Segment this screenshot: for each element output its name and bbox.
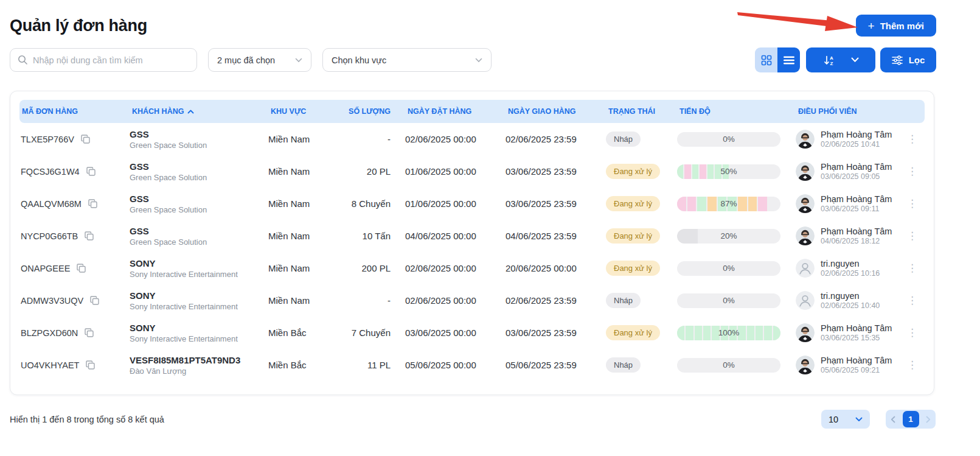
copy-button[interactable] (80, 134, 91, 144)
progress-bar: 100% (677, 326, 780, 340)
status-badge: Đang xử lý (606, 325, 660, 340)
column-header-order-code[interactable]: MÃ ĐƠN HÀNG (19, 107, 130, 116)
column-header-status[interactable]: TRẠNG THÁI (606, 107, 677, 116)
table-row[interactable]: TLXE5P766V GSS Green Space Solution Miền… (19, 123, 925, 155)
customer-full-name: Green Space Solution (130, 141, 268, 150)
assigned-time: 02/06/2025 10:40 (821, 301, 880, 310)
customer-full-name: Sony Interactive Entertainment (130, 302, 268, 311)
quantity: 20 PL (341, 166, 405, 177)
row-menu-button[interactable]: ⋮ (905, 164, 920, 179)
row-menu-button[interactable]: ⋮ (905, 196, 920, 211)
add-new-button[interactable]: + Thêm mới (856, 15, 936, 37)
table-body: TLXE5P766V GSS Green Space Solution Miền… (19, 123, 925, 381)
page-size-dropdown[interactable]: 10 (821, 410, 870, 429)
assigned-time: 03/06/2025 09:11 (821, 205, 892, 213)
copy-button[interactable] (88, 198, 98, 209)
progress-bar: 0% (677, 132, 780, 147)
order-date: 03/06/2025 00:00 (405, 328, 506, 338)
avatar-placeholder-icon (796, 291, 815, 310)
progress-label: 100% (677, 326, 780, 340)
progress-label: 0% (677, 132, 780, 147)
search-input[interactable] (33, 55, 189, 65)
list-view-button[interactable] (777, 47, 800, 72)
column-header-delivery-date[interactable]: NGÀY GIAO HÀNG (506, 107, 606, 116)
customer-name: SONY (130, 258, 268, 268)
delivery-date: 02/06/2025 23:59 (506, 295, 606, 306)
table-row[interactable]: FQCSJ6G1W4 GSS Green Space Solution Miền… (19, 155, 925, 188)
copy-button[interactable] (76, 263, 86, 273)
copy-button[interactable] (84, 231, 94, 241)
status-badge: Đang xử lý (606, 196, 660, 211)
order-code: UO4VKHYAET (21, 360, 79, 370)
table-row[interactable]: QAALQVM68M GSS Green Space Solution Miền… (19, 188, 925, 220)
copy-button[interactable] (85, 360, 96, 370)
svg-text:A: A (830, 55, 833, 60)
table-row[interactable]: UO4VKHYAET VESF8I85M81PT5AT9ND3 Đào Văn … (19, 349, 925, 381)
table-row[interactable]: ONAPGEEE SONY Sony Interactive Entertain… (19, 252, 925, 284)
table-row[interactable]: NYCP0G66TB GSS Green Space Solution Miền… (19, 220, 925, 252)
copy-icon (84, 231, 94, 241)
progress-bar: 20% (677, 229, 780, 244)
row-menu-button[interactable]: ⋮ (905, 261, 920, 276)
selected-items-value: 2 mục đã chọn (217, 55, 275, 65)
row-menu-button[interactable]: ⋮ (905, 228, 920, 244)
avatar (796, 226, 815, 245)
coordinator-name: tri.nguyen (821, 259, 880, 268)
order-code: TLXE5P766V (21, 135, 74, 144)
avatar (796, 356, 815, 374)
copy-button[interactable] (89, 295, 100, 306)
delivery-date: 05/06/2025 23:59 (506, 360, 606, 370)
order-management-page: Quản lý đơn hàng + Thêm mới 2 mục đã chọ… (0, 0, 980, 456)
region: Miền Bắc (268, 328, 341, 338)
column-header-order-date[interactable]: NGÀY ĐẶT HÀNG (405, 107, 506, 116)
row-menu-button[interactable]: ⋮ (905, 357, 920, 373)
sort-asc-icon (187, 110, 194, 114)
grid-icon (761, 55, 772, 66)
status-badge: Đang xử lý (606, 228, 660, 244)
copy-button[interactable] (84, 328, 94, 338)
avatar (796, 291, 815, 310)
next-page-button[interactable] (925, 415, 932, 424)
quantity: - (341, 295, 405, 306)
region: Miền Nam (268, 198, 341, 209)
table-row[interactable]: BLZPGXD60N SONY Sony Interactive Enterta… (19, 317, 925, 349)
table-row[interactable]: ADMW3V3UQV SONY Sony Interactive Enterta… (19, 284, 925, 317)
list-icon (784, 56, 794, 65)
row-menu-button[interactable]: ⋮ (905, 293, 920, 308)
selected-items-dropdown[interactable]: 2 mục đã chọn (208, 48, 311, 72)
orders-table-card: MÃ ĐƠN HÀNG KHÁCH HÀNG KHU VỰC SỐ LƯỢNG … (10, 91, 934, 395)
chevron-down-icon (851, 57, 859, 63)
copy-icon (85, 360, 96, 370)
column-header-customer[interactable]: KHÁCH HÀNG (130, 107, 268, 116)
column-header-quantity[interactable]: SỐ LƯỢNG (341, 107, 405, 116)
previous-page-button[interactable] (889, 415, 897, 424)
progress-label: 0% (677, 261, 780, 276)
filter-label: Lọc (909, 55, 925, 65)
order-date: 04/06/2025 00:00 (405, 231, 506, 241)
results-summary: Hiển thị 1 đến 8 trong tổng số 8 kết quả (10, 415, 164, 424)
sort-button[interactable]: A Z (806, 47, 875, 72)
coordinator-name: Phạm Hoàng Tâm (821, 323, 892, 333)
column-header-progress[interactable]: TIẾN ĐỘ (677, 107, 796, 116)
region-dropdown[interactable]: Chọn khu vực (322, 48, 492, 72)
current-page-button[interactable]: 1 (903, 411, 919, 427)
column-header-coordinator[interactable]: ĐIỀU PHỐI VIÊN (796, 107, 925, 116)
sliders-icon (892, 55, 903, 65)
grid-view-button[interactable] (755, 47, 777, 72)
quantity: 10 Tấn (341, 231, 405, 241)
avatar-photo (796, 162, 815, 181)
chevron-left-icon (891, 416, 895, 423)
column-header-region[interactable]: KHU VỰC (268, 107, 341, 116)
progress-bar: 0% (677, 261, 780, 276)
copy-button[interactable] (86, 166, 96, 177)
row-menu-button[interactable]: ⋮ (905, 325, 920, 340)
row-menu-button[interactable]: ⋮ (905, 132, 920, 147)
quantity: - (341, 134, 405, 144)
pagination: 1 (886, 410, 936, 429)
progress-label: 50% (677, 164, 780, 179)
progress-label: 0% (677, 293, 780, 308)
delivery-date: 03/06/2025 23:59 (506, 166, 606, 177)
avatar (796, 194, 815, 213)
filter-button[interactable]: Lọc (880, 47, 936, 72)
order-date: 02/06/2025 00:00 (405, 134, 506, 144)
